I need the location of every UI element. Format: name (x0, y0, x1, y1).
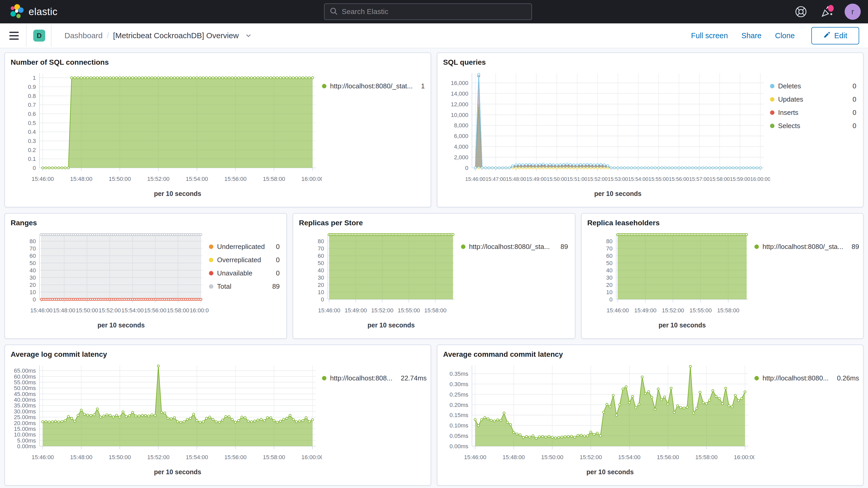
svg-text:15:58:00: 15:58:00 (717, 307, 739, 314)
legend-item[interactable]: Underreplicated0 (209, 243, 280, 251)
legend-item[interactable]: Total89 (209, 282, 280, 291)
chart-legend: http://localhost:8080...0.26ms (754, 359, 858, 483)
sql-connections-chart[interactable]: 00.10.20.30.40.50.60.70.80.9115:46:0015:… (10, 67, 322, 204)
svg-text:15:52:00: 15:52:00 (147, 176, 170, 182)
ranges-chart[interactable]: 0102030405060708015:46:0015:48:0015:50:0… (10, 227, 209, 336)
svg-text:15:58:00: 15:58:00 (263, 454, 285, 460)
dashboard-toolbar: D Dashboard / [Metricbeat CockroachDB] O… (0, 23, 868, 48)
svg-text:0: 0 (609, 296, 612, 303)
svg-text:20.00ms: 20.00ms (14, 420, 36, 426)
legend-item[interactable]: http://localhost:8080/_stat...1 (322, 82, 424, 90)
svg-text:0: 0 (321, 296, 324, 303)
svg-text:15:59:00: 15:59:00 (730, 176, 750, 182)
command-commit-latency-chart[interactable]: 0.00ms0.05ms0.10ms0.15ms0.20ms0.25ms0.30… (442, 359, 754, 483)
svg-text:30: 30 (30, 274, 36, 281)
panel-replicas-per-store: Replicas per Store 0102030405060708015:4… (292, 213, 575, 339)
legend-value: 89 (556, 243, 568, 251)
replica-leaseholders-chart[interactable]: 0102030405060708015:46:0015:49:0015:52:0… (586, 227, 754, 336)
help-icon[interactable] (794, 4, 808, 19)
svg-text:0.00ms: 0.00ms (17, 443, 36, 450)
legend-value: 0 (271, 256, 280, 264)
celebration-icon[interactable] (819, 4, 834, 19)
chevron-down-icon[interactable] (245, 32, 252, 39)
legend-item[interactable]: Inserts0 (770, 109, 856, 117)
legend-item[interactable]: Updates0 (770, 95, 856, 103)
legend-item[interactable]: http://localhost:8080/_sta...89 (461, 243, 568, 251)
share-button[interactable]: Share (741, 31, 762, 40)
sql-queries-chart[interactable]: 02,0004,0006,0008,00010,00012,00014,0001… (442, 67, 770, 204)
svg-text:30: 30 (318, 274, 324, 281)
search-icon (329, 7, 338, 17)
legend-value: 0.26ms (832, 374, 859, 382)
svg-text:15:55:00: 15:55:00 (648, 176, 669, 182)
legend-item[interactable]: Overreplicated0 (209, 256, 280, 264)
svg-text:25.00ms: 25.00ms (14, 414, 36, 421)
avatar[interactable]: r (845, 4, 861, 20)
svg-text:15:50:00: 15:50:00 (108, 454, 131, 460)
svg-text:15:57:00: 15:57:00 (689, 176, 710, 182)
legend-item[interactable]: Unavailable0 (209, 269, 280, 277)
svg-text:15:52:00: 15:52:00 (147, 454, 170, 460)
legend-item[interactable]: http://localhost:8080...0.26ms (754, 374, 856, 382)
legend-label: Deletes (778, 82, 801, 90)
global-search[interactable] (324, 3, 532, 20)
svg-text:15:54:00: 15:54:00 (186, 454, 208, 460)
log-commit-latency-chart[interactable]: 0.00ms5.00ms10.00ms15.00ms20.00ms25.00ms… (10, 359, 322, 483)
svg-text:50: 50 (30, 260, 36, 266)
svg-text:15:55:00: 15:55:00 (689, 307, 712, 314)
menu-icon[interactable] (9, 31, 19, 41)
panel-title: Average command commit latency (443, 350, 858, 359)
legend-color-dot (209, 245, 213, 249)
svg-text:15:58:00: 15:58:00 (167, 307, 189, 314)
svg-text:15:56:00: 15:56:00 (657, 454, 679, 460)
svg-text:15:56:00: 15:56:00 (224, 176, 247, 182)
dashboard-content: Number of SQL connections 00.10.20.30.40… (0, 48, 868, 486)
svg-text:70: 70 (606, 245, 612, 252)
svg-text:15:52:00: 15:52:00 (371, 307, 394, 314)
svg-text:10: 10 (30, 289, 36, 296)
svg-text:15:53:00: 15:53:00 (608, 176, 628, 182)
svg-text:15:46:00: 15:46:00 (465, 176, 486, 182)
svg-text:40: 40 (606, 267, 612, 274)
clone-button[interactable]: Clone (775, 31, 795, 40)
full-screen-button[interactable]: Full screen (691, 31, 728, 40)
svg-text:0: 0 (33, 165, 36, 171)
elastic-logo-icon (9, 4, 24, 20)
panel-sql-connections: Number of SQL connections 00.10.20.30.40… (4, 53, 431, 207)
search-input[interactable] (342, 7, 527, 16)
svg-text:15:50:00: 15:50:00 (541, 454, 563, 460)
svg-text:15:46:00: 15:46:00 (464, 454, 487, 460)
svg-text:10.00ms: 10.00ms (14, 431, 36, 438)
legend-item[interactable]: http://localhost:8080/_sta...89 (754, 243, 856, 251)
replicas-per-store-chart[interactable]: 0102030405060708015:46:0015:49:0015:52:0… (298, 227, 461, 336)
legend-value: 22.74ms (396, 374, 427, 382)
legend-label: Total (217, 282, 231, 291)
brand-name: elastic (29, 6, 57, 18)
legend-value: 89 (268, 282, 280, 291)
svg-text:55.00ms: 55.00ms (14, 379, 36, 386)
legend-color-dot (754, 245, 759, 249)
legend-item[interactable]: Selects0 (770, 122, 856, 130)
app-header: elastic r (0, 0, 868, 23)
svg-text:per 10 seconds: per 10 seconds (368, 322, 415, 329)
svg-text:15:49:00: 15:49:00 (634, 307, 656, 314)
svg-text:0.35ms: 0.35ms (450, 370, 468, 377)
svg-text:50: 50 (318, 260, 324, 266)
svg-text:50.00ms: 50.00ms (14, 385, 36, 391)
elastic-brand[interactable]: elastic (9, 4, 57, 20)
legend-value: 0 (848, 122, 856, 130)
svg-text:40.00ms: 40.00ms (14, 397, 36, 403)
svg-text:15:56:00: 15:56:00 (144, 307, 166, 314)
legend-label: http://localhost:8080/_sta... (469, 243, 550, 251)
svg-text:15:54:00: 15:54:00 (121, 307, 144, 314)
svg-text:70: 70 (318, 245, 324, 252)
legend-item[interactable]: Deletes0 (770, 82, 856, 90)
legend-item[interactable]: http://localhost:808...22.74ms (322, 374, 424, 382)
legend-label: http://localhost:8080/_sta... (763, 243, 843, 251)
chart-legend: http://localhost:8080/_sta...89 (461, 227, 570, 336)
avatar-initial: r (851, 7, 854, 16)
svg-text:15:46:00: 15:46:00 (607, 307, 629, 314)
breadcrumb-dashboard-link[interactable]: Dashboard (64, 31, 103, 40)
svg-text:0.30ms: 0.30ms (450, 381, 468, 388)
edit-button[interactable]: Edit (811, 27, 859, 44)
